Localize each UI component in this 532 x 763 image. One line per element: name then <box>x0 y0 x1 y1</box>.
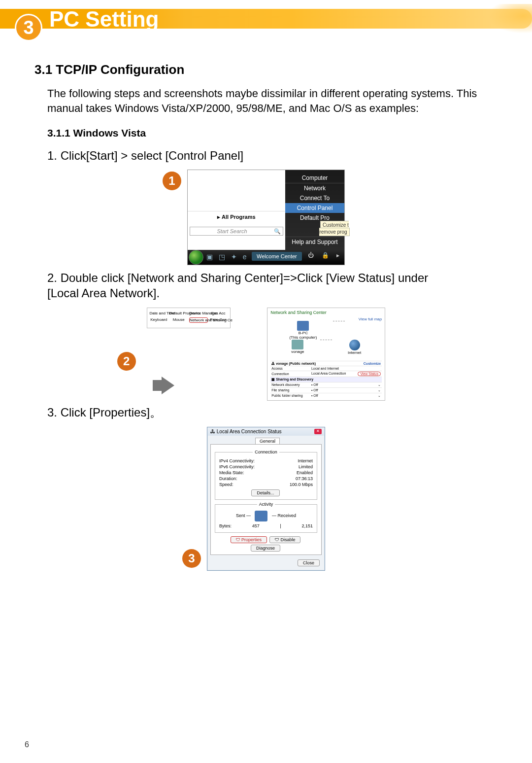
sent-label: Sent <box>236 514 245 519</box>
view-full-map-link[interactable]: View full map <box>359 317 382 321</box>
dialog-pane: Connection IPv4 Connectivity:Internet IP… <box>210 444 322 555</box>
menu-item-control-panel[interactable]: Control Panel <box>285 203 344 213</box>
chapter-title: PC Setting <box>49 7 159 32</box>
control-panel-window: Date and Time Default Programs Device Ma… <box>147 308 231 328</box>
received-label: Received <box>278 514 297 519</box>
speed-value: 100.0 Mbps <box>290 482 313 487</box>
menu-item-computer[interactable]: Computer <box>285 173 344 183</box>
diagnose-button[interactable]: Diagnose <box>251 545 280 552</box>
sd-public-label: Public folder sharing <box>270 393 310 398</box>
taskbar-tab-welcome[interactable]: Welcome Center <box>252 252 302 261</box>
ns-title: Network and Sharing Center <box>270 310 382 315</box>
ipv4-label: IPv4 Connectivity: <box>219 458 255 463</box>
media-value: Enabled <box>297 470 313 475</box>
media-label: Media State: <box>219 470 244 475</box>
figure-2-badge: 2 <box>117 352 136 371</box>
figure-3-lan-status: 3 🖧 Local Area Connection Status ✕ Gener… <box>207 427 325 571</box>
step-2-text: 2. Double click [Network and Sharing Cen… <box>47 270 498 301</box>
ns-info-table: 🖧 vonage (Public network)Customize Acces… <box>270 361 382 398</box>
dialog-title: 🖧 Local Area Connection Status <box>210 429 282 434</box>
connection-legend: Connection <box>253 450 279 454</box>
cp-icon-parental[interactable]: Pare Con <box>209 317 228 322</box>
sd-net-disc-label: Network discovery <box>270 382 310 387</box>
intro-paragraph: The following steps and screenshots mayb… <box>47 86 498 115</box>
start-search-input[interactable]: Start Search <box>190 227 283 236</box>
control-panel-tooltip: Customize tremove prog <box>319 221 349 236</box>
bytes-sent-value: 457 <box>252 523 260 528</box>
bytes-recv-value: 2,151 <box>301 523 313 528</box>
details-button[interactable]: Details... <box>251 489 279 496</box>
ipv6-value: Limited <box>299 464 313 469</box>
connection-group: Connection IPv4 Connectivity:Internet IP… <box>215 450 317 500</box>
cp-icon-keyboard[interactable]: Keyboard <box>149 317 168 322</box>
section-heading: 3.1 TCP/IP Configuration <box>34 62 498 77</box>
speed-label: Speed: <box>219 482 233 487</box>
properties-button[interactable]: 🛡 Properties <box>231 536 267 543</box>
chapter-number-badge: 3 <box>15 14 42 41</box>
ns-access-label: Access <box>270 366 310 371</box>
activity-icon <box>255 511 267 521</box>
vista-taskbar: ▣ ◳ ✦ e Welcome Center ⏻ 🔒 ▸ <box>188 250 344 265</box>
lan-status-dialog: 🖧 Local Area Connection Status ✕ General… <box>207 427 325 571</box>
quicklaunch-icons[interactable]: ▣ ◳ ✦ e <box>206 253 248 261</box>
cp-icon-default-programs[interactable]: Default Programs <box>169 311 188 315</box>
ipv4-value: Internet <box>298 458 313 463</box>
cp-icon-device-manager[interactable]: Device Manager <box>189 311 208 315</box>
default-programs-label: Default Pro <box>300 214 330 221</box>
activity-diagram: Sent — — Received <box>219 511 313 521</box>
menu-item-network[interactable]: Network <box>285 183 344 193</box>
duration-label: Duration: <box>219 476 237 481</box>
step-1-text: 1. Click[Start] > select [Control Panel] <box>47 148 498 163</box>
figure-2-network-sharing: 2 Date and Time Default Programs Device … <box>147 308 385 401</box>
activity-legend: Activity <box>257 502 275 507</box>
cp-icon-ease-access[interactable]: Eas Acc <box>209 311 228 315</box>
subsection-heading: 3.1.1 Windows Vista <box>47 127 498 139</box>
cp-icon-network-sharing[interactable]: Network and Sharing Ce <box>189 317 208 323</box>
network-map: B-PC(This computer) vonage Internet <box>270 317 382 359</box>
start-orb-icon[interactable] <box>189 250 203 265</box>
activity-group: Activity Sent — — Received Bytes:457|2,1… <box>215 502 317 533</box>
taskbar-tray-icons[interactable]: ⏻ 🔒 ▸ <box>308 252 342 259</box>
start-menu-right-column: Computer Network Connect To Control Pane… <box>285 170 344 250</box>
step-3-text: 3. Click [Properties]。 <box>47 405 498 420</box>
ns-access-value: Local and Internet <box>310 366 382 371</box>
disable-button[interactable]: 🛡 Disable <box>269 536 301 543</box>
close-icon[interactable]: ✕ <box>314 429 322 434</box>
all-programs-button[interactable]: All Programs <box>188 211 285 223</box>
figure-1-badge: 1 <box>163 172 181 190</box>
ns-net-name: 🖧 vonage (Public network)Customize <box>270 361 382 366</box>
ns-conn-value: Local Area Connection <box>311 372 346 375</box>
sharing-discovery-header: ▦ Sharing and Discovery <box>270 377 382 382</box>
duration-value: 07:36:13 <box>296 476 313 481</box>
sd-file-label: File sharing <box>270 387 310 393</box>
customize-link[interactable]: Customize <box>364 362 381 365</box>
cp-icon-date-time[interactable]: Date and Time <box>149 311 168 315</box>
start-menu-left-column: All Programs Start Search <box>188 170 285 237</box>
menu-item-connect-to[interactable]: Connect To <box>285 193 344 203</box>
menu-item-default-programs[interactable]: Default Pro Customize tremove prog <box>285 213 344 237</box>
figure-3-badge: 3 <box>182 549 201 568</box>
dialog-titlebar: 🖧 Local Area Connection Status ✕ <box>207 427 325 436</box>
view-status-button[interactable]: View Status <box>358 372 381 376</box>
sd-file-value: • Off <box>311 388 318 392</box>
tab-general[interactable]: General <box>255 438 280 444</box>
chapter-banner: 3 PC Setting <box>0 0 532 35</box>
sd-net-disc-value: • Off <box>311 383 318 386</box>
cp-icon-mouse[interactable]: Mouse <box>169 317 188 322</box>
figure-1-start-menu: 1 Computer Network Connect To Control Pa… <box>187 170 345 265</box>
sd-public-value: • Off <box>311 394 318 397</box>
ns-conn-label: Connection <box>270 371 310 377</box>
network-sharing-center-window: Network and Sharing Center View full map… <box>267 308 385 401</box>
ipv6-label: IPv6 Connectivity: <box>219 464 255 469</box>
close-button[interactable]: Close <box>298 559 320 566</box>
vista-start-menu: Computer Network Connect To Control Pane… <box>187 170 345 265</box>
page-content: 3.1 TCP/IP Configuration The following s… <box>0 35 532 571</box>
bytes-label: Bytes: <box>219 523 232 528</box>
arrow-icon <box>162 377 174 394</box>
menu-item-help[interactable]: Help and Support <box>285 237 344 247</box>
page-number: 6 <box>25 740 29 749</box>
